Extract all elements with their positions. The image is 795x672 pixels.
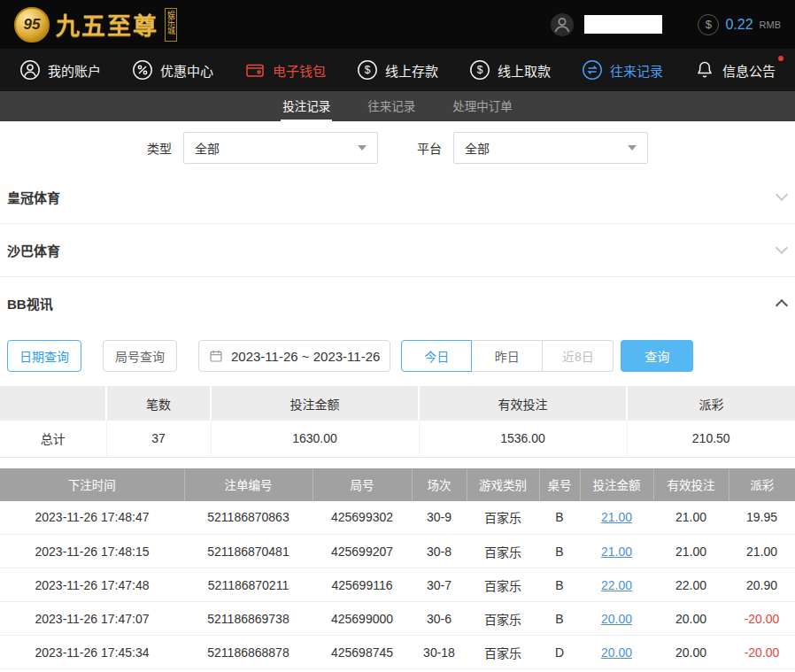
bet-amount-link[interactable]: 22.00 <box>580 568 653 602</box>
table-row: 2023-11-26 17:47:48521186870211425699116… <box>0 568 795 602</box>
platform-select[interactable]: 全部 <box>453 132 648 164</box>
balance[interactable]: $ 0.22 RMB <box>698 14 781 35</box>
nav-label: 优惠中心 <box>160 61 213 80</box>
query-bar: 日期查询 局号查询 2023-11-26 ~ 2023-11-26 今日 昨日 … <box>0 329 795 381</box>
table-row: 2023-11-26 17:48:15521186870481425699207… <box>0 535 795 568</box>
yesterday-button[interactable]: 昨日 <box>472 340 543 372</box>
detail-cell: 30-18 <box>412 636 467 669</box>
date-query-button[interactable]: 日期查询 <box>7 340 81 372</box>
balance-currency: RMB <box>760 19 781 30</box>
top-bar: 95 九五至尊 娱乐城 $ 0.22 RMB <box>0 0 795 49</box>
filter-row: 类型 全部 平台 全部 <box>0 121 795 164</box>
section-crown-sports[interactable]: 皇冠体育 <box>0 171 795 224</box>
nav-item-online-deposit[interactable]: $ 线上存款 <box>357 59 438 81</box>
detail-cell: 百家乐 <box>467 636 539 669</box>
today-button[interactable]: 今日 <box>401 340 472 372</box>
detail-cell: 30-7 <box>412 568 467 602</box>
date-range-picker[interactable]: 2023-11-26 ~ 2023-11-26 <box>198 340 390 372</box>
nav-label: 线上存款 <box>385 61 438 80</box>
summary-value-cell: 37 <box>106 421 211 457</box>
logo-emblem-icon: 95 <box>14 7 50 42</box>
detail-cell: 2023-11-26 17:48:15 <box>0 535 184 568</box>
detail-header-cell: 下注时间 <box>0 468 184 501</box>
bet-amount-link[interactable]: 21.00 <box>580 535 653 568</box>
detail-cell: 百家乐 <box>467 602 539 636</box>
detail-cell: 百家乐 <box>467 568 539 602</box>
date-range-value: 2023-11-26 ~ 2023-11-26 <box>231 349 380 364</box>
notification-dot <box>778 56 783 61</box>
detail-cell: 22.00 <box>653 568 729 602</box>
detail-cell: 20.00 <box>653 602 729 636</box>
nav-item-transaction-records[interactable]: 往来记录 <box>582 59 663 81</box>
logo-subtitle: 娱乐城 <box>165 8 177 42</box>
transfer-records-icon <box>582 59 603 81</box>
type-select-value: 全部 <box>195 139 220 157</box>
main-nav: 我的账户 优惠中心 电子钱包 $ 线上存款 $ 线上取款 往来记录 信息公告 <box>0 49 795 91</box>
bell-icon <box>694 59 715 81</box>
section-title: BB视讯 <box>7 294 53 313</box>
table-row: 2023-11-26 17:47:07521186869738425699000… <box>0 602 795 636</box>
detail-cell: 20.90 <box>729 568 795 602</box>
nav-label: 线上取款 <box>498 61 551 80</box>
type-select[interactable]: 全部 <box>183 132 378 164</box>
logo-title: 九五至尊 <box>56 7 158 42</box>
detail-header-cell: 桌号 <box>539 468 580 501</box>
detail-cell: 2023-11-26 17:47:07 <box>0 602 184 636</box>
detail-cell: 521186870211 <box>184 568 313 602</box>
sub-nav: 投注记录 往来记录 处理中订单 <box>0 91 795 121</box>
nav-item-announcements[interactable]: 信息公告 <box>694 59 776 81</box>
svg-text:$: $ <box>365 64 371 76</box>
table-row: 2023-11-26 17:48:47521186870863425699302… <box>0 501 795 535</box>
detail-cell: 21.00 <box>653 501 729 535</box>
tab-processing-orders[interactable]: 处理中订单 <box>451 91 514 121</box>
site-logo[interactable]: 95 九五至尊 娱乐城 <box>14 7 177 42</box>
detail-header-cell: 派彩 <box>729 468 795 501</box>
summary-total-row: 总计371630.001536.00210.50 <box>0 421 795 457</box>
detail-cell: 2023-11-26 17:45:34 <box>0 636 184 669</box>
nav-label: 往来记录 <box>610 61 663 80</box>
quick-date-group: 今日 昨日 近8日 <box>401 340 614 372</box>
svg-text:$: $ <box>477 64 483 76</box>
detail-cell: 425699000 <box>313 602 412 636</box>
nav-item-e-wallet[interactable]: 电子钱包 <box>244 59 326 81</box>
summary-value-cell: 210.50 <box>627 421 795 457</box>
summary-header-cell <box>0 386 106 421</box>
user-icon <box>19 59 41 81</box>
summary-table: 笔数投注金额有效投注派彩 总计371630.001536.00210.50 <box>0 386 795 458</box>
detail-cell: 30-6 <box>412 602 467 636</box>
avatar[interactable] <box>551 13 574 36</box>
nav-item-promotions[interactable]: 优惠中心 <box>132 59 213 81</box>
nav-label: 信息公告 <box>722 61 776 80</box>
detail-cell: 百家乐 <box>467 535 539 568</box>
last-8-days-button[interactable]: 近8日 <box>543 340 614 372</box>
detail-cell: 2023-11-26 17:48:47 <box>0 501 184 535</box>
calendar-icon <box>209 349 223 363</box>
detail-cell: 425699116 <box>313 568 412 602</box>
section-title: 沙巴体育 <box>7 241 60 259</box>
detail-cell: 521186870481 <box>184 535 313 568</box>
round-query-button[interactable]: 局号查询 <box>103 340 177 372</box>
section-bb-video[interactable]: BB视讯 <box>0 277 795 329</box>
withdraw-icon: $ <box>469 59 490 81</box>
detail-table: 下注时间注单编号局号场次游戏类别桌号投注金额有效投注派彩 2023-11-26 … <box>0 468 795 670</box>
chevron-down-icon <box>628 145 637 151</box>
detail-cell: 20.00 <box>653 636 729 669</box>
detail-cell: B <box>539 568 580 602</box>
bet-amount-link[interactable]: 21.00 <box>580 501 653 535</box>
detail-header-cell: 场次 <box>412 468 467 501</box>
summary-value-cell: 1536.00 <box>419 421 627 457</box>
search-button[interactable]: 查询 <box>621 340 693 372</box>
detail-cell: 425699207 <box>313 535 412 568</box>
chevron-up-icon <box>776 299 788 312</box>
detail-cell: 30-9 <box>412 501 467 535</box>
tab-bet-records[interactable]: 投注记录 <box>281 91 332 121</box>
bet-amount-link[interactable]: 20.00 <box>580 602 653 636</box>
summary-header-row: 笔数投注金额有效投注派彩 <box>0 386 795 421</box>
detail-cell: 521186869738 <box>184 602 313 636</box>
nav-item-online-withdrawal[interactable]: $ 线上取款 <box>469 59 551 81</box>
bet-amount-link[interactable]: 20.00 <box>580 636 653 669</box>
tab-transaction-records[interactable]: 往来记录 <box>366 91 417 121</box>
section-title: 皇冠体育 <box>7 188 60 206</box>
nav-item-my-account[interactable]: 我的账户 <box>19 59 101 81</box>
section-saba-sports[interactable]: 沙巴体育 <box>0 224 795 277</box>
